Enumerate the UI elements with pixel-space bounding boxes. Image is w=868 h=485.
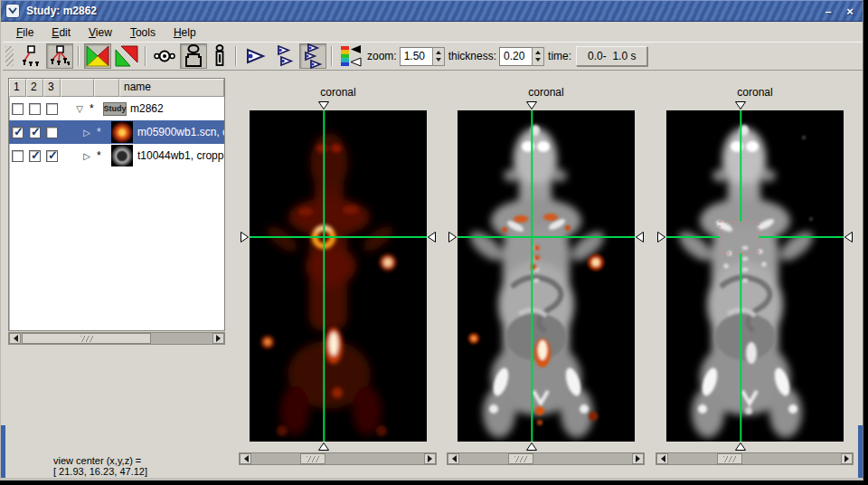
slice-marker-bottom[interactable] [735, 442, 746, 451]
scroll-left-button[interactable] [448, 453, 459, 464]
scroll-left-button[interactable] [656, 453, 668, 464]
toolbar-separator [145, 46, 146, 66]
triangle-left-icon [448, 455, 457, 462]
slice-marker-bottom[interactable] [526, 442, 537, 451]
slice-marker-left[interactable] [657, 232, 665, 242]
grip-icon [80, 336, 93, 342]
scrollbar-thumb[interactable] [22, 333, 151, 344]
scrollbar-thumb[interactable] [508, 453, 533, 464]
thickness-spinbox: 0.20 [499, 47, 544, 66]
column-header-2[interactable]: 2 [26, 79, 43, 97]
menu-file[interactable]: File [7, 24, 42, 41]
view1-canvas[interactable] [250, 110, 427, 442]
column-header-icon[interactable] [94, 79, 119, 97]
interp-trilinear-button[interactable] [113, 43, 140, 69]
expander-icon[interactable] [83, 126, 90, 138]
view3-canvas[interactable] [666, 110, 844, 442]
slice-marker-top[interactable] [318, 101, 329, 109]
scrollbar-thumb[interactable] [717, 453, 742, 464]
slice-marker-right[interactable] [844, 232, 853, 242]
scroll-right-button[interactable] [212, 333, 224, 344]
window-corner-right[interactable] [858, 425, 863, 478]
scroll-left-button[interactable] [9, 333, 21, 344]
slice-marker-top[interactable] [526, 101, 537, 109]
view2-checkbox[interactable] [29, 127, 41, 138]
tree-row-ct[interactable]: * t10044wb1, cropped [9, 144, 224, 167]
view-single-button[interactable] [241, 43, 269, 69]
target-button[interactable] [151, 43, 178, 69]
thickness-input[interactable]: 0.20 [499, 47, 532, 66]
interp-nearest-icon [85, 44, 110, 68]
menu-tools[interactable]: Tools [121, 24, 165, 41]
body-slim-button[interactable] [209, 43, 231, 69]
fused-scan-image [458, 110, 635, 442]
zoom-up-button[interactable] [433, 48, 444, 57]
ct-thumbnail-icon [111, 145, 133, 166]
menu-edit[interactable]: Edit [42, 24, 80, 41]
menu-help[interactable]: Help [165, 24, 205, 41]
arrow-down-icon [436, 58, 441, 64]
tree-scrollbar [8, 332, 225, 345]
tree-row-pet[interactable]: * m05900wb1.scn, cropped [9, 120, 224, 144]
zoom-down-button[interactable] [433, 56, 444, 65]
column-header-name[interactable]: name [119, 79, 224, 97]
view-linked-2-icon [271, 44, 297, 68]
slice-marker-right[interactable] [428, 232, 436, 242]
view-center-label: view center (x,y,z) = [53, 455, 147, 466]
view3-checkbox[interactable] [46, 150, 58, 162]
toolbar-grip[interactable] [5, 46, 14, 66]
zoom-input[interactable]: 1.50 [400, 47, 432, 66]
window-corner-left[interactable] [1, 425, 5, 478]
view-linked-2-button[interactable] [270, 43, 297, 69]
scrollbar-thumb[interactable] [300, 453, 326, 464]
scroll-right-button[interactable] [632, 453, 644, 464]
scroll-right-button[interactable] [424, 453, 436, 464]
view3-checkbox[interactable] [46, 103, 58, 115]
view2-checkbox[interactable] [29, 103, 41, 115]
grip-icon [723, 456, 736, 462]
slice-marker-left[interactable] [448, 232, 457, 242]
slice-marker-top[interactable] [735, 101, 746, 109]
view1-checkbox[interactable] [12, 150, 24, 162]
view3-checkbox[interactable] [46, 127, 58, 138]
threshold-single-button[interactable] [17, 43, 44, 69]
scroll-left-button[interactable] [240, 453, 251, 464]
slice-marker-left[interactable] [241, 232, 249, 242]
study-icon: Study [103, 102, 127, 116]
close-button[interactable]: × [841, 3, 859, 19]
thickness-up-button[interactable] [533, 48, 543, 57]
column-header-expander[interactable] [61, 79, 94, 97]
thickness-down-button[interactable] [533, 56, 543, 65]
view3-orientation-label: coronal [666, 86, 844, 99]
body-outline-button[interactable] [180, 43, 207, 69]
minimize-button[interactable]: – [819, 3, 837, 19]
modified-marker: * [90, 102, 100, 115]
interp-nearest-button[interactable] [84, 43, 111, 69]
expander-icon[interactable] [76, 102, 83, 115]
chevron-down-icon [8, 7, 17, 14]
scrollbar-track[interactable] [21, 333, 212, 344]
scroll-right-button[interactable] [841, 453, 853, 464]
threshold-multi-button[interactable] [46, 43, 73, 69]
scrollbar-track[interactable] [459, 453, 632, 464]
view1-checkbox[interactable] [12, 127, 24, 138]
column-header-1[interactable]: 1 [9, 79, 26, 97]
tree-header: 1 2 3 name [9, 79, 224, 97]
slice-marker-bottom[interactable] [318, 442, 329, 451]
view-linked-3-button[interactable] [299, 43, 326, 69]
view2-canvas[interactable] [458, 110, 635, 442]
expander-icon[interactable] [83, 149, 90, 162]
tree-row-study[interactable]: * Study m2862 [9, 97, 224, 120]
scrollbar-track[interactable] [668, 453, 841, 464]
view2-checkbox[interactable] [29, 150, 41, 162]
column-header-3[interactable]: 3 [43, 79, 61, 97]
slice-marker-right[interactable] [636, 232, 644, 242]
scrollbar-track[interactable] [251, 453, 424, 464]
toolbar-separator [331, 46, 333, 66]
colormap-button[interactable] [337, 43, 364, 69]
window-menu-button[interactable] [5, 4, 20, 18]
menu-view[interactable]: View [80, 24, 121, 41]
menubar: File Edit View Tools Help [2, 23, 863, 42]
time-button[interactable]: 0.0- 1.0 s [576, 46, 647, 66]
view1-checkbox[interactable] [12, 103, 24, 115]
